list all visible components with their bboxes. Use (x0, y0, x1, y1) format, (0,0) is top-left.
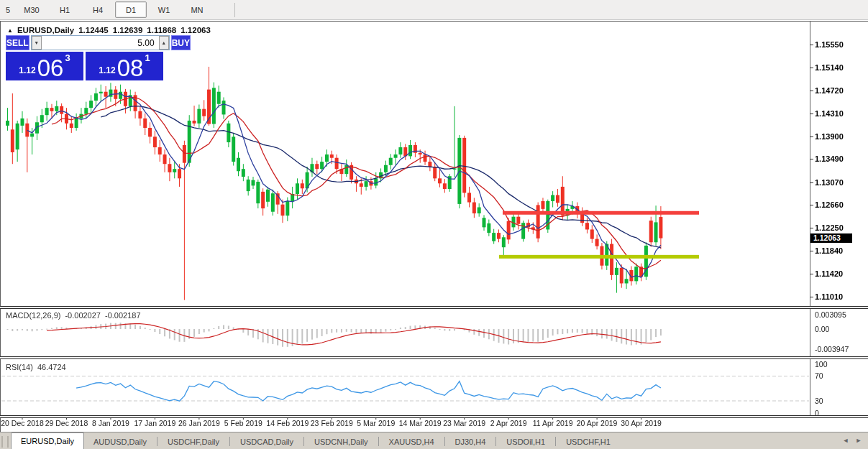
price-axis-label: 1.12250 (815, 223, 844, 232)
date-axis-label: 5 Feb 2019 (224, 419, 262, 427)
chart-tab-usdcnh-daily[interactable]: USDCNH,Daily (305, 434, 378, 449)
tab-divider (378, 437, 379, 446)
price-axis-tick (810, 91, 813, 91)
buy-price-prefix: 1.12 (99, 65, 115, 75)
chart-window-frame (0, 21, 868, 432)
timeframe-button-mn[interactable]: MN (181, 1, 213, 18)
date-axis-label: 5 Mar 2019 (357, 419, 395, 427)
macd-main-value: -0.002027 (65, 311, 101, 320)
tabbar-grip[interactable] (1, 436, 9, 448)
tab-divider (229, 437, 230, 446)
price-axis-tick (810, 205, 813, 205)
sell-button[interactable]: SELL (6, 35, 29, 50)
price-axis-label: 1.14310 (815, 109, 844, 118)
macd-signal-value: -0.002187 (105, 311, 141, 320)
date-axis-label: 17 Jan 2019 (134, 419, 175, 427)
tab-divider (444, 437, 445, 446)
current-price-tag: 1.12063 (810, 233, 852, 243)
rsi-pane-separator (0, 356, 868, 359)
collapse-triangle-icon[interactable]: ▲ (7, 27, 13, 34)
rsi-value: 46.4724 (37, 363, 66, 371)
sell-price-box[interactable]: 1.12 06 3 (6, 52, 83, 80)
price-axis-label: 1.11840 (815, 246, 843, 255)
price-axis-label: 1.11010 (815, 292, 843, 301)
timeframe-button-h4[interactable]: H4 (82, 1, 114, 18)
tabs-scroll-left-icon[interactable]: ◄ (841, 436, 850, 445)
tabs-scroll-right-icon[interactable]: ► (854, 436, 863, 445)
macd-pane-separator (0, 306, 868, 309)
one-click-trade-panel: SELL ▼ ▲ BUY 1.12 06 3 1.12 08 1 (6, 35, 163, 80)
buy-price-box[interactable]: 1.12 08 1 (86, 52, 163, 80)
chart-tab-usdoil-h1[interactable]: USDOil,H1 (497, 434, 554, 449)
rsi-label: RSI(14) 46.4724 (6, 363, 66, 371)
date-axis-label: 23 Mar 2019 (443, 419, 485, 427)
macd-axis-label: 0.00 (815, 325, 829, 333)
mt4-window: 5M30H1H4D1W1MN ▲ EURUSD,Daily 1.12445 1.… (0, 0, 868, 449)
price-axis-label: 1.13900 (815, 132, 844, 141)
price-axis-tick (810, 182, 813, 183)
date-axis-label: 2 Apr 2019 (490, 419, 527, 427)
sell-price-sup: 3 (65, 52, 70, 63)
timeframe-toolbar: 5M30H1H4D1W1MN (0, 0, 868, 20)
timeframe-button-m30[interactable]: M30 (16, 1, 47, 18)
date-axis-label: 8 Jan 2019 (92, 419, 129, 427)
chart-title: ▲ EURUSD,Daily 1.12445 1.12639 1.11868 1… (7, 26, 211, 34)
price-axis-label: 1.13070 (815, 178, 844, 187)
sell-price-big: 06 (37, 58, 64, 78)
chart-tab-dj30-h4[interactable]: DJ30,H4 (446, 434, 495, 449)
ohlc-low: 1.11868 (147, 26, 176, 34)
timeframe-button-5[interactable]: 5 (1, 1, 14, 18)
date-axis-label: 14 Feb 2019 (266, 419, 309, 427)
price-axis-tick (810, 114, 813, 114)
volume-up-icon[interactable]: ▲ (159, 36, 169, 50)
ohlc-close: 1.12063 (181, 26, 211, 34)
macd-axis-label: 0.003095 (815, 310, 846, 319)
tab-divider (495, 437, 496, 446)
price-axis-tick (810, 159, 813, 159)
price-axis-tick (810, 228, 813, 228)
chart-tab-usdchf-daily[interactable]: USDCHF,Daily (158, 434, 229, 449)
date-axis-label: 30 Apr 2019 (621, 419, 662, 427)
macd-axis-label: -0.003947 (815, 345, 849, 353)
volume-stepper: ▼ ▲ (31, 35, 170, 50)
timeframe-button-d1[interactable]: D1 (115, 1, 147, 18)
tab-divider (303, 437, 304, 446)
tab-divider (555, 437, 556, 446)
timeframe-button-h1[interactable]: H1 (49, 1, 81, 18)
buy-button[interactable]: BUY (171, 35, 191, 50)
chart-tab-eurusd-daily[interactable]: EURUSD,Daily (11, 432, 84, 449)
rsi-axis-label: 100 (815, 360, 828, 369)
price-axis-tick (810, 274, 813, 274)
chart-tab-usdcad-daily[interactable]: USDCAD,Daily (231, 434, 303, 449)
toolbar-separator (234, 3, 235, 17)
date-axis-label: 11 Apr 2019 (533, 419, 573, 427)
price-axis-tick (810, 251, 813, 251)
volume-input[interactable] (42, 36, 159, 50)
rsi-axis-label: 30 (815, 397, 823, 405)
chart-tab-audusd-daily[interactable]: AUDUSD,Daily (84, 434, 156, 449)
price-axis-label: 1.15140 (815, 63, 844, 72)
macd-label: MACD(12,26,9) -0.002027 -0.002187 (6, 311, 141, 320)
chart-tab-xauusd-h4[interactable]: XAUUSD,H4 (380, 434, 444, 449)
chart-tab-usdchf-h1[interactable]: USDCHF,H1 (557, 434, 620, 449)
ohlc-high: 1.12639 (113, 26, 143, 34)
rsi-name: RSI(14) (6, 363, 33, 371)
price-axis-label: 1.13490 (815, 154, 844, 163)
sell-price-prefix: 1.12 (19, 65, 35, 75)
date-axis-label: 23 Feb 2019 (311, 419, 353, 427)
price-axis-label: 1.14720 (815, 86, 844, 95)
buy-price-big: 08 (117, 58, 144, 78)
price-axis-label: 1.11420 (815, 269, 843, 278)
date-axis-label: 26 Jan 2019 (178, 419, 220, 427)
price-axis-tick (810, 45, 813, 45)
symbol-label: EURUSD,Daily (17, 26, 74, 34)
date-axis-label: 20 Dec 2018 (1, 419, 44, 427)
volume-down-icon[interactable]: ▼ (32, 36, 42, 50)
buy-price-sup: 1 (145, 52, 150, 63)
chart-tab-bar: EURUSD,DailyAUDUSD,DailyUSDCHF,DailyUSDC… (0, 432, 868, 449)
timeframe-button-w1[interactable]: W1 (148, 1, 180, 18)
date-axis-label: 20 Apr 2019 (577, 419, 618, 427)
rsi-axis-label: 70 (815, 371, 823, 380)
date-axis-separator (0, 415, 868, 418)
date-axis-label: 29 Dec 2018 (45, 419, 88, 427)
